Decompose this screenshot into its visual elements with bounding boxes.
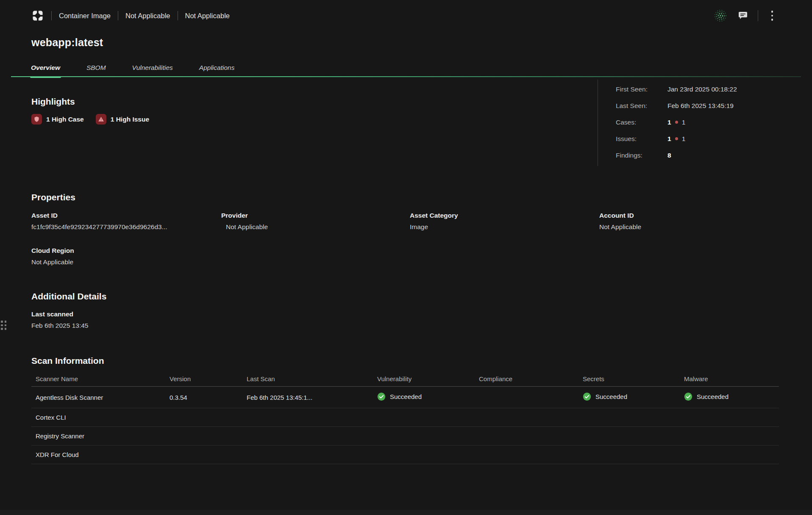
summary-label: Cases: bbox=[616, 119, 667, 126]
column-header-vulnerability: Vulnerability bbox=[373, 371, 475, 387]
tab-overview[interactable]: Overview bbox=[31, 64, 60, 72]
summary-row-issues-: Issues: 1 1 bbox=[616, 130, 779, 147]
check-circle-icon bbox=[684, 392, 692, 401]
tab-bar: OverviewSBOMVulnerabilitiesApplications bbox=[11, 64, 801, 77]
breadcrumb-separator bbox=[118, 11, 118, 20]
summary-row-findings-: Findings: 8 bbox=[616, 147, 779, 163]
vulnerability-cell bbox=[373, 446, 475, 464]
vulnerability-cell bbox=[373, 427, 475, 446]
properties-section: Properties Asset ID fc1fc9f35c4fe9292342… bbox=[31, 192, 779, 266]
property-value: Not Applicable bbox=[31, 258, 221, 266]
check-circle-icon bbox=[583, 392, 591, 401]
property-value: fc1fc9f35c4fe929234277739970e36d9626d3..… bbox=[31, 223, 221, 231]
summary-row-first-seen-: First Seen: Jan 23rd 2025 00:18:22 bbox=[616, 81, 779, 97]
page-title: webapp:latest bbox=[31, 36, 812, 49]
property-label: Asset Category bbox=[410, 212, 599, 219]
tab-vulnerabilities[interactable]: Vulnerabilities bbox=[132, 64, 173, 72]
ai-assistant-icon[interactable] bbox=[713, 8, 728, 23]
property-provider: Provider Not Applicable bbox=[221, 212, 410, 231]
breadcrumb-item-not-applicable[interactable]: Not Applicable bbox=[125, 12, 170, 20]
summary-row-last-seen-: Last Seen: Feb 6th 2025 13:45:19 bbox=[616, 97, 779, 114]
summary-row-cases-: Cases: 1 1 bbox=[616, 114, 779, 130]
scanner-row-agentless-disk-scanner[interactable]: Agentless Disk Scanner 0.3.54 Feb 6th 20… bbox=[31, 387, 779, 408]
tab-sbom[interactable]: SBOM bbox=[86, 64, 106, 72]
summary-label: Findings: bbox=[616, 152, 667, 159]
more-options-icon[interactable] bbox=[768, 9, 777, 22]
breadcrumb-item-not-applicable[interactable]: Not Applicable bbox=[185, 12, 230, 20]
scan-information-heading: Scan Information bbox=[31, 356, 779, 366]
scanner-name-cell: Cortex CLI bbox=[31, 408, 165, 427]
red-count-dot-icon bbox=[675, 137, 678, 140]
tab-applications[interactable]: Applications bbox=[199, 64, 235, 72]
property-value: Not Applicable bbox=[221, 223, 410, 231]
scanner-name-cell: Agentless Disk Scanner bbox=[31, 387, 165, 408]
version-cell: 0.3.54 bbox=[165, 387, 242, 408]
summary-label: Issues: bbox=[616, 135, 667, 143]
warning-triangle-icon bbox=[96, 114, 106, 125]
scan-status: Succeeded bbox=[583, 392, 627, 401]
highlight-badge-1-high-issue[interactable]: 1 High Issue bbox=[96, 114, 149, 125]
summary-label: First Seen: bbox=[616, 86, 667, 93]
top-bar-left: Container ImageNot ApplicableNot Applica… bbox=[31, 9, 230, 22]
summary-value: 8 bbox=[667, 152, 671, 159]
property-value: Image bbox=[410, 223, 599, 231]
last-scan-cell: Feb 6th 2025 13:45:1... bbox=[242, 387, 373, 408]
property-label: Cloud Region bbox=[31, 247, 221, 255]
property-asset-id: Asset ID fc1fc9f35c4fe929234277739970e36… bbox=[31, 212, 221, 231]
asset-summary-panel: First Seen: Jan 23rd 2025 00:18:22 Last … bbox=[598, 80, 779, 166]
summary-label: Last Seen: bbox=[616, 102, 667, 110]
column-header-scanner-name: Scanner Name bbox=[31, 371, 165, 387]
compliance-cell bbox=[475, 446, 578, 464]
secrets-cell bbox=[578, 427, 680, 446]
scanner-row-registry-scanner[interactable]: Registry Scanner bbox=[31, 427, 779, 446]
red-count-dot-icon bbox=[675, 121, 678, 124]
secrets-cell bbox=[578, 446, 680, 464]
compliance-cell bbox=[475, 408, 578, 427]
property-label: Account ID bbox=[599, 212, 779, 219]
malware-cell bbox=[680, 446, 779, 464]
column-header-secrets: Secrets bbox=[578, 371, 680, 387]
property-label: Provider bbox=[221, 212, 410, 219]
compliance-cell bbox=[475, 427, 578, 446]
scan-status: Succeeded bbox=[377, 392, 422, 401]
additional-details-section: Additional Details Last scanned Feb 6th … bbox=[31, 291, 779, 329]
scanner-row-xdr-for-cloud[interactable]: XDR For Cloud bbox=[31, 446, 779, 464]
scanner-name-cell: XDR For Cloud bbox=[31, 446, 165, 464]
malware-cell bbox=[680, 408, 779, 427]
property-cloud-region: Cloud Region Not Applicable bbox=[31, 247, 221, 266]
last-scan-cell bbox=[242, 446, 373, 464]
additional-details-heading: Additional Details bbox=[31, 291, 779, 302]
scan-information-section: Scan Information Scanner NameVersionLast… bbox=[31, 356, 779, 464]
breadcrumb-item-container-image[interactable]: Container Image bbox=[59, 12, 111, 20]
column-header-compliance: Compliance bbox=[475, 371, 578, 387]
breadcrumb-separator bbox=[178, 11, 178, 20]
drag-handle-icon[interactable] bbox=[1, 321, 6, 330]
property-asset-category: Asset Category Image bbox=[410, 212, 599, 231]
top-bar: Container ImageNot ApplicableNot Applica… bbox=[0, 0, 812, 31]
secrets-cell bbox=[578, 408, 680, 427]
malware-cell bbox=[680, 427, 779, 446]
summary-value: 1 1 bbox=[667, 135, 685, 143]
version-cell bbox=[165, 408, 242, 427]
property-label: Asset ID bbox=[31, 212, 221, 219]
chat-icon[interactable] bbox=[738, 11, 748, 21]
column-header-last-scan: Last Scan bbox=[242, 371, 373, 387]
scanner-row-cortex-cli[interactable]: Cortex CLI bbox=[31, 408, 779, 427]
container-image-icon bbox=[31, 9, 44, 22]
highlight-badge-label: 1 High Case bbox=[46, 116, 84, 123]
malware-cell: Succeeded bbox=[680, 387, 779, 408]
overview-content: Highlights 1 High Case 1 High Issue Firs… bbox=[31, 77, 779, 464]
property-value: Not Applicable bbox=[599, 223, 779, 231]
column-header-version: Version bbox=[165, 371, 242, 387]
bottom-scrollbar-track[interactable] bbox=[0, 510, 812, 515]
column-header-malware: Malware bbox=[680, 371, 779, 387]
compliance-cell bbox=[475, 387, 578, 408]
check-circle-icon bbox=[377, 392, 386, 401]
last-scan-cell bbox=[242, 408, 373, 427]
highlight-badge-1-high-case[interactable]: 1 High Case bbox=[31, 114, 84, 125]
properties-heading: Properties bbox=[31, 192, 779, 202]
version-cell bbox=[165, 446, 242, 464]
summary-value: Feb 6th 2025 13:45:19 bbox=[667, 102, 734, 110]
last-scanned-value: Feb 6th 2025 13:45 bbox=[31, 322, 779, 329]
top-bar-actions bbox=[713, 8, 777, 23]
